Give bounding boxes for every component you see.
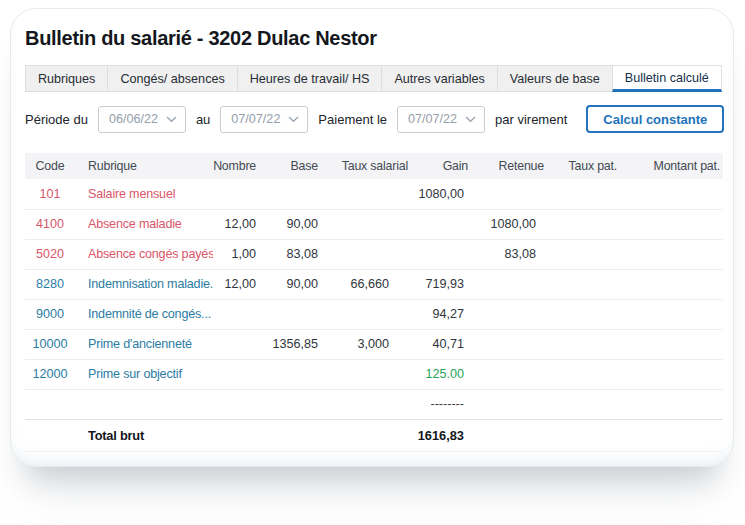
period-toolbar: Période du 06/06/22 au 07/07/22 Paiement… (25, 105, 719, 133)
cell-code: 12000 (25, 359, 75, 389)
payment-date-label: Paiement le (318, 112, 387, 127)
total-gain-value: 1616,83 (411, 419, 471, 451)
cell-code: 4100 (25, 209, 75, 239)
tab-heures-de-travail[interactable]: Heures de travail/ HS (237, 65, 383, 92)
cell-retenue: 1080,00 (471, 209, 547, 239)
calcul-constante-button[interactable]: Calcul constante (586, 105, 724, 133)
cell-rubrique: Prime d'ancienneté (75, 329, 213, 359)
cell-taux-pat (547, 179, 620, 209)
cell-base: 83,08 (259, 239, 321, 269)
cell-gain: 40,71 (411, 329, 471, 359)
cell-montant-pat (620, 329, 723, 359)
cell-taux (321, 299, 411, 329)
cell-montant-pat (620, 239, 723, 269)
cell-nombre: 1,00 (213, 239, 259, 269)
cell-nombre: 12,00 (213, 269, 259, 299)
cell-code: 101 (25, 179, 75, 209)
cell-nombre (213, 329, 259, 359)
period-from-select[interactable]: 06/06/22 (98, 106, 186, 133)
cell-taux (321, 209, 411, 239)
separator-row: -------- (25, 389, 723, 419)
cell-taux-pat (547, 239, 620, 269)
period-to-label: au (196, 112, 210, 127)
cell-code: 9000 (25, 299, 75, 329)
cell-montant-pat (620, 269, 723, 299)
cell-nombre (213, 359, 259, 389)
tab-valeurs-de-base[interactable]: Valeurs de base (497, 65, 613, 92)
period-to-select[interactable]: 07/07/22 (220, 106, 308, 133)
column-header-retenue: Retenue (471, 153, 547, 179)
cell-gain: 94,27 (411, 299, 471, 329)
column-header-base: Base (259, 153, 321, 179)
cell-montant-pat (620, 209, 723, 239)
cell-retenue (471, 329, 547, 359)
cell-taux-pat (547, 329, 620, 359)
cell-rubrique: Indemnité de congés... (75, 299, 213, 329)
payslip-table: Code Rubrique Nombre Base Taux salarial … (25, 153, 723, 452)
cell-retenue (471, 359, 547, 389)
table-row[interactable]: 10000Prime d'ancienneté1356,853,00040,71 (25, 329, 723, 359)
column-header-rubrique: Rubrique (75, 153, 213, 179)
column-header-code: Code (25, 153, 75, 179)
table-row[interactable]: 12000Prime sur objectif125.00 (25, 359, 723, 389)
cell-nombre (213, 179, 259, 209)
cell-taux (321, 179, 411, 209)
cell-nombre (213, 299, 259, 329)
cell-montant-pat (620, 179, 723, 209)
payment-method-label: par virement (495, 112, 567, 127)
cell-retenue (471, 269, 547, 299)
cell-rubrique: Prime sur objectif (75, 359, 213, 389)
tab-bar: Rubriques Congés/ absences Heures de tra… (25, 65, 719, 92)
period-from-label: Période du (25, 112, 88, 127)
bulletin-card: Bulletin du salarié - 3202 Dulac Nestor … (10, 8, 734, 467)
table-row[interactable]: 8280Indemnisation maladie...12,0090,0066… (25, 269, 723, 299)
cell-retenue (471, 179, 547, 209)
cell-base (259, 179, 321, 209)
cell-taux-pat (547, 209, 620, 239)
cell-base (259, 299, 321, 329)
cell-gain: 719,93 (411, 269, 471, 299)
column-header-taux-salarial: Taux salarial (321, 153, 411, 179)
cell-base: 90,00 (259, 269, 321, 299)
cell-rubrique: Absence congés payés (75, 239, 213, 269)
cell-taux (321, 239, 411, 269)
table-row[interactable]: 101Salaire mensuel1080,00 (25, 179, 723, 209)
cell-taux-pat (547, 269, 620, 299)
cell-base (259, 359, 321, 389)
separator-dashes: -------- (411, 389, 471, 419)
tab-conges-absences[interactable]: Congés/ absences (107, 65, 237, 92)
cell-gain (411, 209, 471, 239)
table-header: Code Rubrique Nombre Base Taux salarial … (25, 153, 723, 179)
column-header-nombre: Nombre (213, 153, 259, 179)
page-title: Bulletin du salarié - 3202 Dulac Nestor (25, 24, 719, 52)
chevron-down-icon (166, 116, 177, 123)
cell-taux: 66,660 (321, 269, 411, 299)
cell-gain: 125.00 (411, 359, 471, 389)
cell-base: 90,00 (259, 209, 321, 239)
payment-date-select[interactable]: 07/07/22 (397, 106, 485, 133)
tab-rubriques[interactable]: Rubriques (25, 65, 108, 92)
chevron-down-icon (288, 116, 299, 123)
chevron-down-icon (465, 116, 476, 123)
tab-bulletin-calcule[interactable]: Bulletin calculé (612, 65, 722, 92)
cell-taux-pat (547, 359, 620, 389)
cell-base: 1356,85 (259, 329, 321, 359)
cell-rubrique: Indemnisation maladie... (75, 269, 213, 299)
cell-code: 8280 (25, 269, 75, 299)
cell-montant-pat (620, 299, 723, 329)
table-row[interactable]: 4100Absence maladie12,0090,001080,00 (25, 209, 723, 239)
cell-code: 10000 (25, 329, 75, 359)
table-row[interactable]: 5020Absence congés payés1,0083,0883,08 (25, 239, 723, 269)
cell-rubrique: Absence maladie (75, 209, 213, 239)
table-row[interactable]: 9000Indemnité de congés...94,27 (25, 299, 723, 329)
tab-autres-variables[interactable]: Autres variables (381, 65, 497, 92)
cell-gain (411, 239, 471, 269)
cell-taux-pat (547, 299, 620, 329)
total-row: Total brut 1616,83 (25, 419, 723, 451)
total-label: Total brut (75, 419, 213, 451)
period-from-value: 06/06/22 (109, 112, 158, 126)
payment-date-value: 07/07/22 (408, 112, 457, 126)
period-to-value: 07/07/22 (231, 112, 280, 126)
cell-code: 5020 (25, 239, 75, 269)
cell-nombre: 12,00 (213, 209, 259, 239)
